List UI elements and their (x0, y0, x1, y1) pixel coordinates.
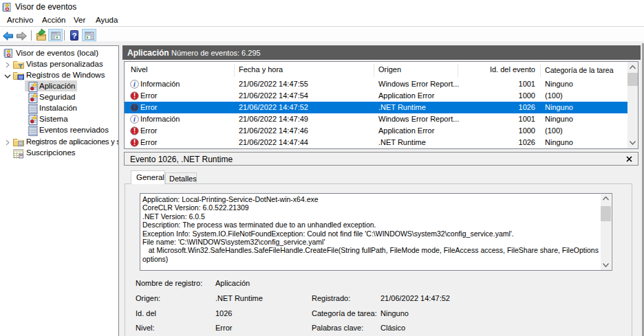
svg-text:i: i (133, 115, 136, 123)
svg-text:!: ! (133, 138, 136, 146)
svg-text:?: ? (72, 32, 77, 40)
svg-text:i: i (133, 80, 136, 88)
svg-text:!: ! (133, 91, 136, 100)
svg-text:!: ! (133, 126, 136, 135)
svg-text:!: ! (133, 103, 136, 111)
